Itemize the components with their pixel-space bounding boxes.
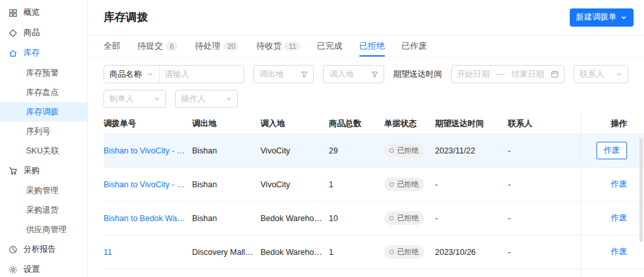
from-cell: Bishan: [192, 180, 260, 189]
operator-select[interactable]: 操作人: [175, 90, 238, 108]
sidebar-label-purchase: 采购: [23, 165, 40, 176]
tab-rejected[interactable]: 已拒绝: [359, 35, 385, 57]
sidebar-label-supplier-management: 供应商管理: [26, 224, 67, 235]
to-location-input[interactable]: [329, 70, 367, 79]
sidebar-item-sku-link[interactable]: SKU关联: [0, 141, 87, 161]
chevron-down-icon: [616, 71, 623, 77]
sidebar-item-inventory-count[interactable]: 库存盘点: [0, 83, 87, 102]
gear-icon: [8, 265, 18, 275]
contact-select[interactable]: 联系人: [574, 65, 628, 83]
funnel-icon[interactable]: [301, 71, 308, 78]
sidebar-item-supplier-management[interactable]: 供应商管理: [0, 220, 87, 239]
sidebar-label-sku-link: SKU关联: [26, 146, 59, 157]
table-row[interactable]: Bishan to VivoCity - 20... Bishan VivoCi…: [104, 134, 644, 168]
from-cell: Bishan: [192, 214, 260, 223]
funnel-icon[interactable]: [371, 71, 378, 78]
tab-pending-process[interactable]: 待处理20: [195, 35, 239, 57]
filter-row-2: 制单人 操作人: [104, 90, 628, 108]
sidebar-label-purchase-return: 采购退货: [26, 205, 59, 216]
new-transfer-button[interactable]: 新建调拨单: [570, 8, 634, 27]
col-header-action: 操作: [581, 114, 644, 133]
table-header-row: 调拨单号 调出地 调入地 商品总数 单据状态 期望送达时间 联系人 操作: [104, 114, 644, 134]
sidebar-item-inventory-alert[interactable]: 库存预警: [0, 63, 87, 83]
status-badge: 已拒绝: [384, 178, 424, 191]
tab-count-badge: 11: [285, 42, 300, 51]
tab-voided[interactable]: 已作废: [402, 35, 427, 57]
table-row[interactable]: Bedok Warehouse to ... Bedok Warehouse B…: [104, 269, 644, 277]
from-cell: Bishan: [192, 146, 260, 155]
from-location-filter: [253, 65, 314, 83]
sidebar: 概览 商品 库存 库存预警 库存盘点 库存调拨 序列号 SKU关联: [0, 0, 88, 277]
action-cell: 作废: [581, 168, 644, 201]
page-title: 库存调拨: [104, 10, 148, 25]
sidebar-item-inventory[interactable]: 库存: [0, 43, 87, 63]
to-cell: Bedok Warehouse: [260, 248, 329, 257]
filter-row-1: 商品名称 期望送达时间 开始日期 — 结束日期: [104, 65, 628, 83]
status-badge: 已拒绝: [384, 211, 424, 225]
status-dot-icon: [389, 250, 394, 254]
tab-all[interactable]: 全部: [104, 35, 120, 57]
sidebar-item-purchase-return[interactable]: 采购退货: [0, 200, 87, 220]
product-name-select[interactable]: 商品名称: [104, 66, 160, 83]
to-cell: Bedok Warehouse: [260, 214, 329, 223]
date-range-separator: —: [496, 70, 505, 79]
chevron-down-icon: [154, 96, 160, 102]
contact-cell: -: [508, 214, 581, 223]
chevron-down-icon: [621, 14, 627, 21]
void-link[interactable]: 作废: [611, 213, 627, 224]
qty-cell: 1: [329, 180, 384, 189]
status-tabs: 全部 待提交6 待处理20 待收货11 已完成 已拒绝 已作废: [88, 35, 644, 57]
calendar-icon: [551, 70, 559, 78]
status-dot-icon: [389, 148, 394, 153]
creator-select[interactable]: 制单人: [104, 90, 166, 108]
tab-pending-submit[interactable]: 待提交6: [137, 35, 178, 57]
order-no-link[interactable]: Bishan to Bedok Wareh...: [104, 214, 192, 223]
app-window: 概览 商品 库存 库存预警 库存盘点 库存调拨 序列号 SKU关联: [0, 0, 644, 277]
void-button[interactable]: 作废: [596, 142, 627, 159]
void-link[interactable]: 作废: [611, 246, 627, 257]
sidebar-item-report[interactable]: 分析报告: [0, 239, 87, 259]
product-name-input[interactable]: [160, 70, 244, 79]
col-header-qty: 商品总数: [329, 118, 384, 129]
tab-completed[interactable]: 已完成: [317, 35, 343, 57]
sidebar-item-product[interactable]: 商品: [0, 23, 87, 43]
table-row[interactable]: 11 Discovery Mall Bali Bedok Warehouse 1…: [104, 235, 644, 269]
start-date-placeholder: 开始日期: [457, 69, 490, 80]
to-cell: VivoCity: [260, 180, 329, 189]
order-no-link[interactable]: Bishan to VivoCity - 20...: [104, 180, 192, 189]
sidebar-item-overview[interactable]: 概览: [0, 3, 87, 23]
action-cell: 作废: [581, 269, 644, 277]
table-row[interactable]: Bishan to VivoCity - 20... Bishan VivoCi…: [104, 168, 644, 202]
col-header-delivery: 期望送达时间: [435, 118, 508, 129]
inventory-icon: [8, 48, 18, 59]
sidebar-label-serial-number: 序列号: [26, 126, 51, 137]
table-row[interactable]: Bishan to Bedok Wareh... Bishan Bedok Wa…: [104, 202, 644, 235]
main-content: 库存调拨 新建调拨单 全部 待提交6 待处理20 待收货11 已完成 已拒绝 已…: [88, 0, 644, 277]
action-cell: 作废: [581, 235, 644, 269]
from-cell: Discovery Mall Bali: [192, 248, 260, 257]
from-location-input[interactable]: [259, 70, 297, 79]
col-header-contact: 联系人: [508, 118, 581, 129]
sidebar-item-serial-number[interactable]: 序列号: [0, 122, 87, 141]
status-dot-icon: [389, 182, 394, 187]
void-link[interactable]: 作废: [611, 179, 627, 190]
status-badge: 已拒绝: [384, 144, 424, 157]
delivery-time-label: 期望送达时间: [393, 69, 442, 80]
delivery-cell: 2023/11/22: [435, 146, 508, 155]
status-badge: 已拒绝: [384, 245, 424, 259]
action-cell: 作废: [581, 134, 644, 167]
col-header-from: 调出地: [192, 118, 260, 129]
sidebar-item-inventory-transfer[interactable]: 库存调拨: [0, 102, 87, 122]
sidebar-item-purchase-management[interactable]: 采购管理: [0, 181, 87, 200]
sidebar-label-inventory-transfer: 库存调拨: [26, 107, 59, 118]
sidebar-label-inventory-alert: 库存预警: [26, 68, 59, 79]
order-no-link[interactable]: Bishan to VivoCity - 20...: [104, 146, 192, 155]
tab-pending-receipt[interactable]: 待收货11: [256, 35, 300, 57]
col-header-order-no: 调拨单号: [104, 118, 192, 129]
vertical-scrollbar[interactable]: [639, 138, 643, 242]
sidebar-item-purchase[interactable]: 采购: [0, 161, 87, 181]
sidebar-item-settings[interactable]: 设置: [0, 259, 87, 277]
delivery-date-range[interactable]: 开始日期 — 结束日期: [451, 65, 565, 83]
order-no-link[interactable]: 11: [104, 248, 192, 257]
delivery-cell: 2023/10/26: [435, 248, 508, 257]
